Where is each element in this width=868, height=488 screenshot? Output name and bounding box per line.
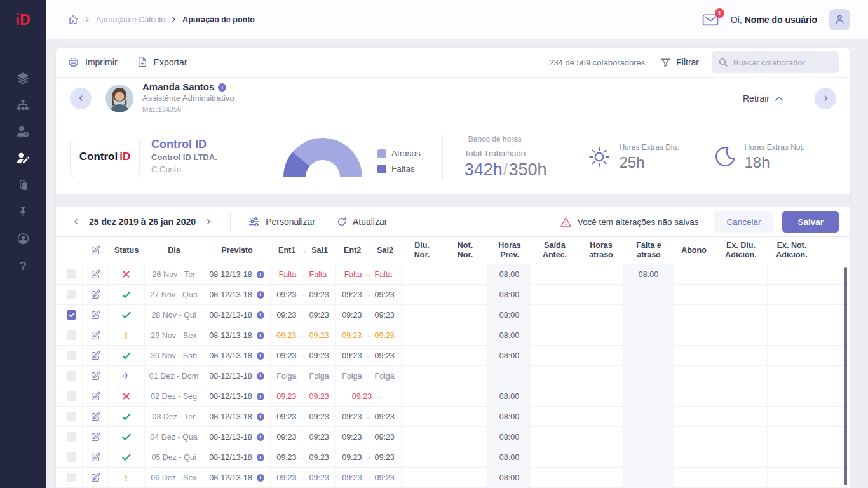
- row-ent1-sai1-cell: 09:23→09:23: [271, 468, 336, 487]
- schedule-info-icon[interactable]: i: [257, 352, 264, 360]
- search-input[interactable]: [733, 58, 832, 67]
- schedule-info-icon[interactable]: i: [257, 393, 264, 400]
- row-abono-cell: [674, 447, 714, 467]
- row-edit-button[interactable]: [90, 432, 100, 442]
- row-ex-diu-cell: [714, 447, 768, 467]
- row-checkbox[interactable]: [67, 391, 76, 401]
- next-employee-button[interactable]: [815, 88, 836, 109]
- row-edit-button[interactable]: [90, 391, 100, 402]
- home-icon[interactable]: [67, 14, 79, 25]
- row-edit-cell: [83, 468, 108, 487]
- schedule-info-icon[interactable]: i: [257, 372, 264, 380]
- schedule-info-icon[interactable]: i: [257, 332, 264, 339]
- row-edit-button[interactable]: [90, 290, 100, 300]
- schedule-info-icon[interactable]: i: [257, 271, 264, 278]
- sidebar-item-user-clock[interactable]: [10, 126, 36, 140]
- row-checkbox[interactable]: [67, 473, 76, 482]
- schedule-info-icon[interactable]: i: [257, 413, 264, 421]
- breadcrumb-page: Apuração de ponto: [182, 15, 255, 24]
- table-row: !06 Dez - Sex08-12/13-18i09:23→09:2309:2…: [56, 468, 850, 488]
- row-checkbox[interactable]: [67, 452, 76, 462]
- summary-section: ControliD Control ID Control ID LTDA. C.…: [56, 119, 850, 194]
- export-icon: [137, 57, 148, 68]
- breadcrumb-section[interactable]: Apuração e Cálculo: [96, 15, 165, 24]
- row-falta-atraso-cell: [624, 468, 674, 487]
- funnel-icon: [660, 57, 671, 68]
- row-abono-cell: [674, 346, 714, 365]
- divider: [230, 212, 231, 231]
- row-diu-nor-cell: [402, 447, 442, 467]
- row-horas-atraso-cell: [578, 427, 624, 447]
- timesheet-body: 26 Nov - Ter08-12/13-18iFalta→FaltaFalta…: [56, 264, 850, 488]
- status-ok-icon: [122, 454, 131, 461]
- row-edit-button[interactable]: [90, 473, 100, 483]
- row-abono-cell: [674, 427, 714, 447]
- refresh-button[interactable]: Atualizar: [337, 217, 387, 227]
- next-period-button[interactable]: [205, 218, 212, 226]
- status-absent-icon: [123, 393, 130, 400]
- row-checkbox[interactable]: [67, 290, 76, 299]
- sidebar-item-layers[interactable]: [10, 72, 36, 86]
- print-button[interactable]: Imprimir: [67, 57, 118, 68]
- row-edit-button[interactable]: [90, 351, 100, 361]
- row-checkbox[interactable]: [67, 330, 76, 340]
- schedule-info-icon[interactable]: i: [257, 433, 264, 441]
- row-ex-not-cell: [768, 407, 816, 426]
- row-schedule-cell: 08-12/13-18i: [203, 447, 271, 467]
- row-horas-prev-cell: [488, 366, 531, 386]
- status-ok-icon: [122, 413, 131, 421]
- prev-employee-button[interactable]: [70, 88, 92, 109]
- row-abono-cell: [674, 264, 714, 284]
- prev-period-button[interactable]: [72, 218, 80, 226]
- schedule-info-icon[interactable]: i: [257, 474, 264, 482]
- row-edit-button[interactable]: [90, 330, 100, 341]
- schedule-info-icon[interactable]: i: [257, 291, 264, 299]
- row-ent1-sai1-cell: 09:23→09:23: [271, 346, 336, 365]
- user-menu-button[interactable]: [829, 9, 850, 30]
- schedule-info-icon[interactable]: i: [257, 311, 264, 319]
- row-select-cell: [61, 407, 83, 426]
- row-checkbox[interactable]: [67, 432, 76, 442]
- period-range[interactable]: 25 dez 2019 à 26 jan 2020: [89, 217, 196, 227]
- row-schedule-cell: 08-12/13-18i: [203, 346, 271, 365]
- row-ent2-sai2-cell: 09:23→09:23: [336, 305, 402, 325]
- sidebar-item-timesheet[interactable]: [10, 152, 36, 166]
- row-saida-antec-cell: [531, 427, 578, 447]
- filter-button[interactable]: Filtrar: [660, 57, 699, 68]
- row-edit-button[interactable]: [90, 371, 100, 381]
- collaborator-count: 234 de 569 colaboradores: [549, 58, 645, 67]
- row-edit-cell: [83, 305, 108, 325]
- row-checkbox[interactable]: [67, 412, 76, 421]
- table-scrollbar[interactable]: [844, 267, 847, 485]
- row-edit-button[interactable]: [90, 310, 100, 320]
- personalize-button[interactable]: Personalizar: [248, 217, 315, 227]
- row-edit-button[interactable]: [90, 452, 100, 463]
- row-checkbox[interactable]: [67, 351, 76, 360]
- row-ent1-sai1-cell: 09:23→09:23: [271, 285, 336, 304]
- sidebar-item-pin[interactable]: [10, 206, 36, 220]
- sidebar-item-help[interactable]: ?: [10, 259, 36, 273]
- clipboard-icon: [17, 179, 29, 194]
- employee-info-icon[interactable]: i: [218, 83, 226, 92]
- row-checkbox[interactable]: [67, 371, 76, 381]
- row-ent2-sai2-cell: Folga→Folga: [336, 366, 402, 386]
- row-day-cell: 26 Nov - Ter: [145, 264, 203, 284]
- notifications-button[interactable]: 1: [702, 13, 719, 27]
- sidebar-item-org-chart[interactable]: [10, 99, 36, 113]
- export-button[interactable]: Exportar: [137, 57, 187, 68]
- sidebar-item-clipboard[interactable]: [10, 179, 36, 193]
- column-header-status: Status: [108, 237, 145, 264]
- sidebar-item-profile[interactable]: [10, 233, 36, 247]
- save-button[interactable]: Salvar: [782, 211, 839, 233]
- cancel-button[interactable]: Cancelar: [714, 211, 773, 233]
- row-checkbox[interactable]: [67, 310, 76, 320]
- collapse-toggle[interactable]: Retrair: [743, 93, 783, 104]
- row-select-cell: [61, 366, 83, 386]
- status-ok-icon: [122, 291, 131, 299]
- user-greeting: Oi, Nome do usuário: [731, 15, 817, 25]
- column-header-horas_atraso: Horasatraso: [578, 237, 624, 264]
- row-checkbox[interactable]: [67, 269, 76, 279]
- schedule-info-icon[interactable]: i: [257, 454, 264, 461]
- row-edit-button[interactable]: [90, 412, 100, 422]
- row-edit-button[interactable]: [90, 269, 100, 280]
